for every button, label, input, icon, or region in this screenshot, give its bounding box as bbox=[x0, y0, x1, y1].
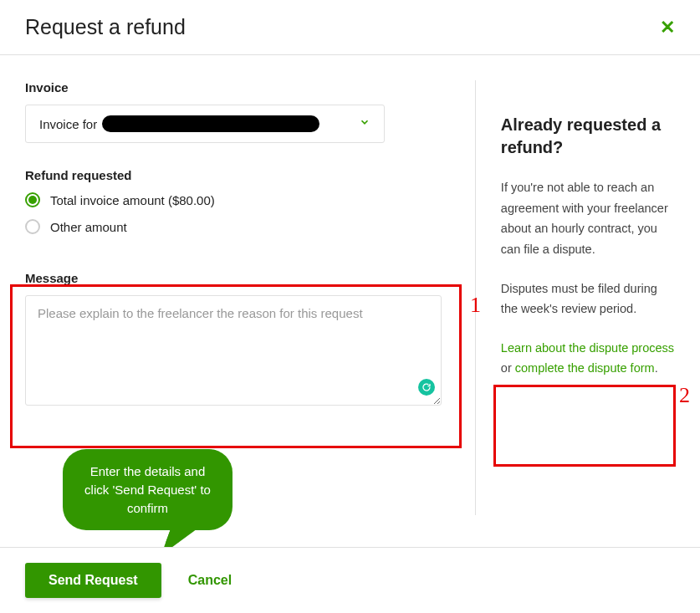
radio-icon bbox=[25, 192, 40, 207]
invoice-label: Invoice bbox=[25, 80, 458, 95]
grammarly-icon[interactable] bbox=[418, 379, 435, 396]
radio-label: Total invoice amount ($80.00) bbox=[50, 193, 215, 207]
radio-other-amount[interactable]: Other amount bbox=[25, 219, 458, 234]
radio-icon bbox=[25, 219, 40, 234]
link-dispute-form[interactable]: complete the dispute form bbox=[515, 361, 655, 375]
sidebar-para-2: Disputes must be filed during the week's… bbox=[501, 278, 675, 319]
invoice-select[interactable]: Invoice for bbox=[25, 105, 385, 143]
send-request-button[interactable]: Send Request bbox=[25, 563, 161, 598]
sidebar-links: Learn about the dispute process or compl… bbox=[501, 338, 675, 379]
message-input[interactable] bbox=[25, 295, 442, 406]
link-dispute-process[interactable]: Learn about the dispute process bbox=[501, 341, 674, 355]
link-end: . bbox=[655, 361, 658, 375]
page-title: Request a refund bbox=[25, 15, 186, 39]
modal-header: Request a refund ✕ bbox=[0, 0, 700, 55]
modal-footer: Send Request Cancel bbox=[0, 547, 700, 613]
instruction-bubble: Enter the details and click 'Send Reques… bbox=[63, 449, 232, 530]
sidebar-heading: Already requested a refund? bbox=[501, 114, 675, 159]
sidebar: Already requested a refund? If you're no… bbox=[475, 80, 675, 515]
refund-radio-group: Total invoice amount ($80.00) Other amou… bbox=[25, 192, 458, 234]
refund-label: Refund requested bbox=[25, 168, 458, 182]
close-icon[interactable]: ✕ bbox=[660, 18, 675, 37]
message-label: Message bbox=[25, 271, 458, 285]
cancel-button[interactable]: Cancel bbox=[188, 573, 232, 588]
invoice-redacted bbox=[102, 115, 319, 132]
invoice-prefix: Invoice for bbox=[39, 117, 97, 131]
callout-number-1: 1 bbox=[470, 293, 481, 318]
callout-number-2: 2 bbox=[679, 383, 690, 408]
chevron-down-icon bbox=[359, 116, 370, 131]
sidebar-para-1: If you're not able to reach an agreement… bbox=[501, 177, 675, 260]
radio-label: Other amount bbox=[50, 220, 127, 234]
link-sep: or bbox=[501, 361, 515, 375]
radio-total-amount[interactable]: Total invoice amount ($80.00) bbox=[25, 192, 458, 207]
